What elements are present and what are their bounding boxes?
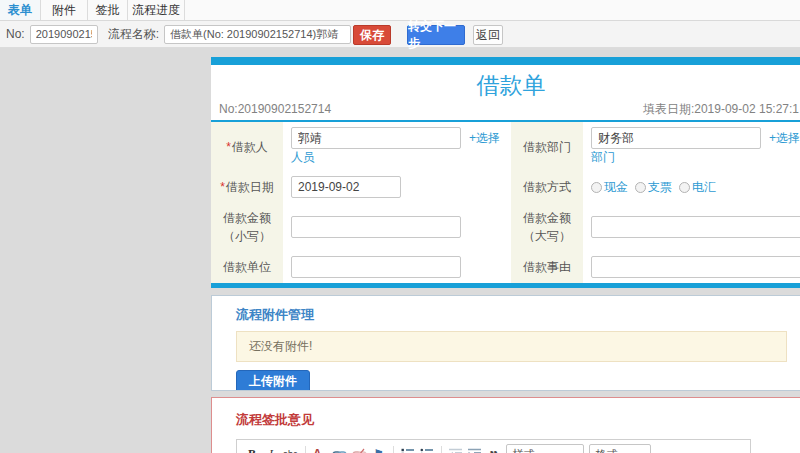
styles-dropdown-label: 样式 [513,447,535,453]
radio-cash[interactable]: 现金 [591,179,628,196]
borrower-input[interactable] [291,127,461,149]
reason-field-cell [583,251,800,283]
styles-dropdown[interactable]: 样式 ▾ [506,444,584,453]
borrower-label-cell: *借款人 [211,122,283,171]
borrower-field-cell: +选择人员 [283,122,511,171]
attachments-panel: 流程附件管理 还没有附件! 上传附件 [211,295,800,391]
forward-next-step-button[interactable]: 转交下一步 [407,25,465,45]
save-button[interactable]: 保存 [353,25,391,45]
back-button[interactable]: 返回 [473,25,503,45]
loan-date-label: 借款日期 [226,180,274,194]
tab-form[interactable]: 表单 [0,0,41,20]
loan-date-field-cell [283,171,511,203]
strikethrough-icon[interactable]: abc [283,446,298,453]
toolbar-separator [393,446,394,453]
loan-method-label-cell: 借款方式 [511,171,583,203]
amount-upper-field-cell [583,203,800,251]
approval-panel: 流程签批意见 B I abc Ax ⚑ [211,397,800,453]
amount-upper-input[interactable] [591,216,800,238]
form-title: 借款单 [211,65,800,99]
no-attachments-alert: 还没有附件! [236,331,787,362]
radio-circle-icon[interactable] [679,182,690,193]
loan-date-input[interactable] [291,176,401,198]
italic-icon[interactable]: I [264,446,278,453]
amount-lower-field-cell [283,203,511,251]
format-dropdown-label: 格式 [596,447,618,453]
tab-approval[interactable]: 签批 [88,0,128,20]
radio-circle-icon[interactable] [635,182,646,193]
anchor-flag-icon[interactable]: ⚑ [372,446,386,453]
toolbar-separator [441,446,442,453]
department-label-cell: 借款部门 [511,122,583,171]
chevron-down-icon: ▾ [573,450,577,453]
loan-method-radios: 现金 支票 电汇 [591,179,800,196]
reason-label-cell: 借款事由 [511,251,583,283]
table-row: *借款人 +选择人员 借款部门 +选择部门 [211,122,800,171]
loan-form-panel: 借款单 No:20190902152714 填表日期:2019-09-02 15… [211,57,800,288]
radio-wire-label: 电汇 [692,179,716,196]
table-row: 借款单位 借款事由 [211,251,800,283]
unit-label-cell: 借款单位 [211,251,283,283]
remove-format-glyph: A [313,447,322,453]
reason-label: 借款事由 [523,260,571,274]
tab-attachments[interactable]: 附件 [41,0,88,20]
loan-method-field-cell: 现金 支票 电汇 [583,171,800,203]
loan-form-table: *借款人 +选择人员 借款部门 +选择部门 *借款日期 [211,122,800,283]
no-label: No: [6,27,25,41]
unlink-icon[interactable] [352,446,367,453]
editor-toolbar: B I abc Ax ⚑ [237,440,750,453]
unit-label: 借款单位 [223,260,271,274]
amount-lower-label: 借款金额（小写） [223,211,271,243]
department-field-cell: +选择部门 [583,122,800,171]
amount-lower-label-cell: 借款金额（小写） [211,203,283,251]
form-date-text: 填表日期:2019-09-02 15:27:1 [643,101,799,117]
outdent-icon[interactable] [449,446,463,453]
command-bar: No: 流程名称: 保存 转交下一步 返回 [0,21,800,48]
bulleted-list-icon[interactable] [420,446,434,453]
form-no-text: No:20190902152714 [219,101,331,117]
no-input[interactable] [30,25,98,44]
attachments-heading: 流程附件管理 [236,306,800,324]
form-meta-row: No:20190902152714 填表日期:2019-09-02 15:27:… [211,99,800,120]
unit-input[interactable] [291,256,461,278]
blockquote-icon[interactable]: ” [487,449,501,453]
bold-icon[interactable]: B [245,446,259,453]
table-row: 借款金额（小写） 借款金额（大写） [211,203,800,251]
radio-cash-label: 现金 [604,179,628,196]
remove-format-icon[interactable]: Ax [313,446,327,453]
process-name-input[interactable] [164,25,351,44]
required-mark: * [226,140,231,154]
amount-upper-label: 借款金额（大写） [523,211,571,243]
reason-input[interactable] [591,256,800,278]
table-row: *借款日期 借款方式 现金 支票 电汇 [211,171,800,203]
panel-top-accent [211,57,800,65]
radio-wire[interactable]: 电汇 [679,179,716,196]
main-content: 借款单 No:20190902152714 填表日期:2019-09-02 15… [211,57,800,453]
unit-field-cell [283,251,511,283]
rich-text-editor: B I abc Ax ⚑ [236,439,751,453]
process-name-label: 流程名称: [108,26,159,43]
approval-heading: 流程签批意见 [236,411,800,429]
radio-cheque-label: 支票 [648,179,672,196]
required-mark: * [220,180,225,194]
radio-circle-icon[interactable] [591,182,602,193]
amount-upper-label-cell: 借款金额（大写） [511,203,583,251]
tab-progress[interactable]: 流程进度 [128,0,185,20]
department-input[interactable] [591,127,761,149]
toolbar-separator [305,446,306,453]
loan-date-label-cell: *借款日期 [211,171,283,203]
panel-bottom-accent [211,283,800,288]
indent-icon[interactable] [468,446,482,453]
format-dropdown[interactable]: 格式 ▾ [589,444,651,453]
loan-method-label: 借款方式 [523,180,571,194]
link-icon[interactable] [332,446,347,453]
radio-cheque[interactable]: 支票 [635,179,672,196]
department-label: 借款部门 [523,140,571,154]
chevron-down-icon: ▾ [640,450,644,453]
upload-attachment-button[interactable]: 上传附件 [236,370,310,391]
tab-bar: 表单 附件 签批 流程进度 [0,0,800,21]
amount-lower-input[interactable] [291,216,461,238]
borrower-label: 借款人 [232,140,268,154]
numbered-list-icon[interactable] [401,446,415,453]
